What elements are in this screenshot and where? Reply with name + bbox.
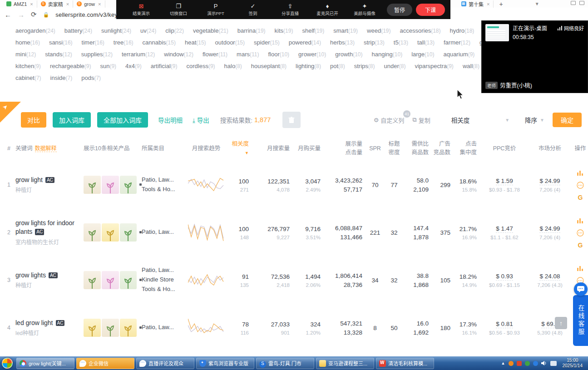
keyword-tag[interactable]: hydro(18) — [450, 27, 474, 34]
browser-tab[interactable]: grow × — [73, 0, 105, 8]
keyword-tag[interactable]: timer(16) — [82, 39, 104, 46]
export-detail-link[interactable]: 导出明细 — [158, 115, 183, 124]
keyword-tag[interactable]: farmer(12) — [444, 39, 470, 46]
tray-app-icon-blue[interactable] — [533, 361, 538, 366]
keyword-cell[interactable]: led grow lightAC led种植灯 — [15, 318, 84, 338]
new-tab-button[interactable]: + — [495, 0, 506, 8]
category-name[interactable]: Patio, Law... — [142, 266, 185, 275]
column-header[interactable]: 关键词数据解释 — [15, 144, 84, 153]
keyword-tag[interactable]: battery(24) — [64, 27, 92, 34]
keyword-tag[interactable]: growth(10) — [335, 51, 362, 58]
export-link[interactable]: ⤓ 导出 — [193, 115, 209, 124]
keyword-tag[interactable]: mars(11) — [237, 51, 259, 58]
keyword-tag[interactable]: kitchen(9) — [15, 63, 41, 69]
online-service-button[interactable]: 在线客服 — [573, 295, 588, 346]
keyword-tag[interactable]: uv(24) — [140, 27, 156, 34]
keyword-tag[interactable]: inside(7) — [50, 74, 73, 81]
category-name[interactable]: Tools & Ho... — [142, 185, 185, 194]
keyword-tag[interactable]: stands(12) — [45, 51, 72, 58]
close-tab-icon[interactable]: × — [30, 1, 33, 7]
keyword-tag[interactable]: houseplant(8) — [251, 63, 287, 69]
language-indicator-icon[interactable] — [550, 361, 557, 366]
keyword-tag[interactable]: powered(14) — [289, 39, 321, 46]
keyword-tag[interactable]: viparspectra(9) — [415, 63, 453, 69]
google-trends-icon[interactable]: G — [578, 195, 583, 200]
product-thumbnail[interactable] — [120, 319, 137, 337]
keyword-tag[interactable]: clip(22) — [165, 27, 184, 34]
product-thumbnail[interactable] — [102, 223, 119, 242]
taskbar-item[interactable]: 直播评论及观众 — [136, 358, 194, 369]
product-thumbnail[interactable] — [102, 176, 119, 194]
taskbar-item[interactable]: 亚马逊课程整三... — [316, 358, 374, 369]
tray-app-icon-red[interactable] — [517, 361, 522, 366]
keyword-tag[interactable]: shelf(19) — [302, 27, 324, 34]
trend-chart-icon[interactable] — [577, 217, 583, 225]
meeting-check-in-button[interactable]: ✓ 签到 — [234, 3, 272, 16]
keyword-tag[interactable]: terrarium(12) — [122, 51, 155, 58]
category-name[interactable]: Patio, Law... — [142, 175, 185, 185]
keyword-tag[interactable]: cannabis(15) — [143, 39, 176, 46]
keyword-tag[interactable]: large(10) — [411, 51, 434, 58]
meeting-mic-button[interactable]: ♦ 麦克风已开 — [309, 3, 346, 16]
confirm-button[interactable]: 确定 — [553, 113, 582, 127]
keyword-tag[interactable]: mini(12) — [15, 51, 36, 58]
keyword-tag[interactable]: strip(13) — [364, 39, 385, 46]
trend-chart-icon[interactable] — [577, 265, 583, 273]
google-trends-icon[interactable]: G — [578, 242, 583, 248]
keyword-tag[interactable]: supplies(12) — [81, 51, 113, 58]
keyword-tag[interactable]: pods(7) — [81, 74, 101, 81]
keyword-text[interactable]: grow lightAC — [15, 176, 84, 184]
meeting-share-live-button[interactable]: ⇧ 分享直播 — [272, 3, 309, 16]
product-thumbnail[interactable] — [84, 319, 101, 337]
product-thumbnail[interactable] — [120, 176, 137, 194]
keyword-tag[interactable]: tree(16) — [114, 39, 133, 46]
keyword-tag[interactable]: rechargeable(9) — [50, 63, 91, 69]
restore-window-icon[interactable] — [571, 1, 576, 5]
chat-bubble-button[interactable] — [574, 282, 588, 296]
end-class-button[interactable]: 下课 — [416, 4, 445, 16]
keyword-tag[interactable]: window(12) — [164, 51, 193, 58]
keyword-tag[interactable]: herbs(13) — [330, 39, 355, 46]
more-options-icon[interactable] — [577, 229, 584, 238]
forward-icon[interactable]: → — [18, 11, 25, 19]
category-name[interactable]: Patio, Law... — [142, 227, 185, 237]
sort-field-select[interactable]: 相关度 — [451, 115, 470, 124]
taskbar-item[interactable]: 雷鸟-灯具.门市 — [256, 358, 314, 369]
customize-columns-button[interactable]: ⚙ 自定义列 41 — [374, 116, 405, 124]
keyword-cell[interactable]: grow lights for indoor plantsAC 室内植物的生长灯 — [15, 218, 84, 247]
keyword-tag[interactable]: smart(19) — [333, 27, 358, 34]
taskbar-item[interactable]: 紫鸟浏览器专业版 — [196, 358, 254, 369]
keyword-tag[interactable]: heat(15) — [185, 39, 206, 46]
pause-button[interactable]: 暂停 — [387, 4, 412, 16]
product-thumbnail[interactable] — [102, 319, 119, 337]
keyword-text[interactable]: grow lights for indoor plantsAC — [15, 219, 84, 236]
product-thumbnail[interactable] — [84, 271, 101, 289]
sort-order-select[interactable]: 降序 ▼ — [525, 115, 544, 124]
product-thumbnail[interactable] — [84, 223, 101, 242]
keyword-tag[interactable]: accessories(18) — [400, 27, 441, 34]
keyword-tag[interactable]: sunlight(24) — [101, 27, 131, 34]
compare-button[interactable]: 对比 — [21, 112, 46, 128]
category-name[interactable]: Patio, Law... — [142, 323, 185, 332]
keyword-text[interactable]: grow lightsAC — [15, 271, 84, 280]
close-tab-icon[interactable]: × — [487, 1, 489, 7]
product-thumbnail[interactable] — [120, 271, 137, 289]
taskbar-clock[interactable]: 15:00 2025/1/14 — [560, 358, 586, 369]
keyword-tag[interactable]: pot(8) — [330, 63, 345, 69]
more-options-icon[interactable] — [577, 182, 584, 191]
meeting-beauty-camera-button[interactable]: ✦ 美颜与摄像 — [346, 3, 383, 16]
clear-button[interactable] — [282, 112, 301, 128]
category-name[interactable]: Tools & Ho... — [142, 285, 185, 294]
product-thumbnail[interactable] — [102, 271, 119, 289]
meeting-end-share-button[interactable]: ⊠ 结束演示 — [123, 3, 160, 16]
product-thumbnail[interactable] — [120, 223, 137, 242]
keyword-tag[interactable]: barrina(19) — [237, 27, 266, 34]
tray-app-icon-green[interactable] — [525, 361, 530, 366]
meeting-ppt-button[interactable]: P 演示PPT — [197, 3, 234, 16]
keyword-tag[interactable]: aquarium(9) — [443, 51, 474, 58]
add-to-lexicon-button[interactable]: 加入词库 — [53, 112, 91, 128]
keyword-tag[interactable]: flower(11) — [203, 51, 227, 58]
browser-tab-right[interactable]: 第十集 × — [458, 0, 494, 8]
keyword-tag[interactable]: sun(9) — [100, 63, 116, 69]
keyword-tag[interactable]: floor(10) — [268, 51, 289, 58]
